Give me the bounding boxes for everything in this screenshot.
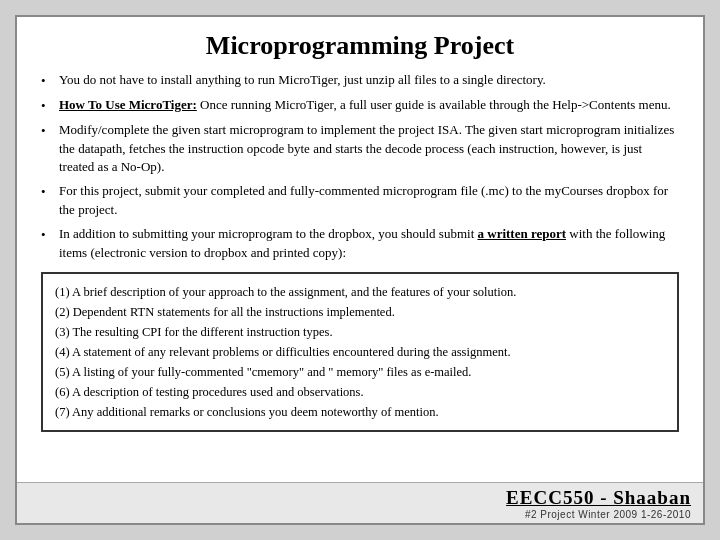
bullet2-prefix: How To Use MicroTiger: [59,97,197,112]
boxed-item-6: (6) A description of testing procedures … [55,382,665,402]
bullet-text-5: In addition to submitting your microprog… [59,225,679,263]
bullet-dot-4: • [41,183,59,202]
bullet-item-2: • How To Use MicroTiger: Once running Mi… [41,96,679,116]
bullet-text-3: Modify/complete the given start micropro… [59,121,679,178]
slide-content: • You do not have to install anything to… [17,71,703,482]
bullet-item-3: • Modify/complete the given start microp… [41,121,679,178]
boxed-item-5: (5) A listing of your fully-commented "c… [55,362,665,382]
bullet-text-2: How To Use MicroTiger: Once running Micr… [59,96,679,115]
bullet-text-4: For this project, submit your completed … [59,182,679,220]
bullet-dot-5: • [41,226,59,245]
boxed-list: (1) A brief description of your approach… [41,272,679,432]
bullet-text-1: You do not have to install anything to r… [59,71,679,90]
bullet5-prefix: In addition to submitting your microprog… [59,226,478,241]
slide-title: Microprogramming Project [17,17,703,71]
boxed-item-7: (7) Any additional remarks or conclusion… [55,402,665,422]
bullet-dot-3: • [41,122,59,141]
slide: Microprogramming Project • You do not ha… [15,15,705,525]
bullet-item-4: • For this project, submit your complete… [41,182,679,220]
boxed-item-1: (1) A brief description of your approach… [55,282,665,302]
boxed-item-4: (4) A statement of any relevant problems… [55,342,665,362]
bullet5-underline: a written report [478,226,567,241]
bullet2-suffix: Once running MicroTiger, a full user gui… [197,97,671,112]
bullet-dot-2: • [41,97,59,116]
bullet-item-1: • You do not have to install anything to… [41,71,679,91]
footer-subtitle: #2 Project Winter 2009 1-26-2010 [525,509,691,520]
slide-footer: EECC550 - Shaaban #2 Project Winter 2009… [17,482,703,523]
footer-title: EECC550 - Shaaban [506,487,691,509]
boxed-item-3: (3) The resulting CPI for the different … [55,322,665,342]
bullet-dot-1: • [41,72,59,91]
bullet-item-5: • In addition to submitting your micropr… [41,225,679,263]
boxed-item-2: (2) Dependent RTN statements for all the… [55,302,665,322]
